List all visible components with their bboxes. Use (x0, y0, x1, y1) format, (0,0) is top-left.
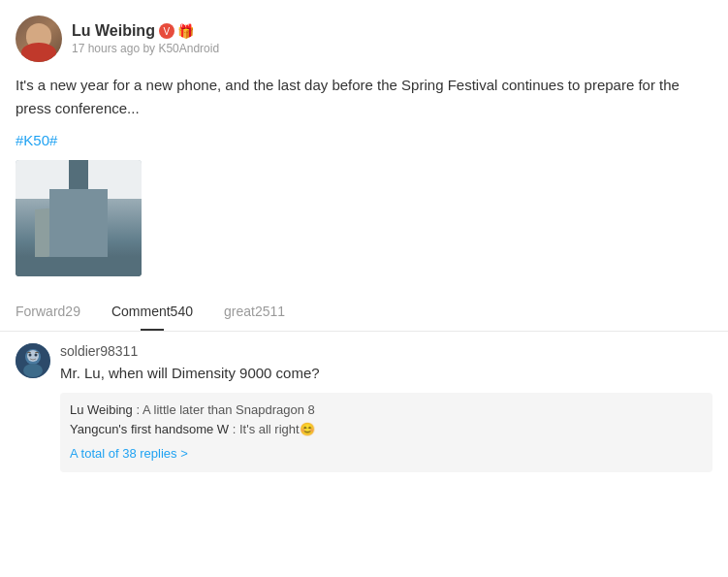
tab-comment[interactable]: Comment540 (96, 292, 208, 331)
replies-count-link[interactable]: A total of 38 replies > (70, 444, 703, 465)
reply-1-separator: : (133, 402, 142, 417)
comment-text: Mr. Lu, when will Dimensity 9000 come? (60, 363, 712, 385)
reply-2-author: Yangcun's first handsome W (70, 422, 229, 436)
comment-item: soldier98311 Mr. Lu, when will Dimensity… (16, 343, 712, 472)
verified-badge: V (159, 23, 174, 39)
reply-line-2: Yangcun's first handsome W : It's all ri… (70, 420, 703, 440)
post-header: Lu Weibing V 🎁 17 hours ago by K50Androi… (16, 16, 712, 62)
username-row: Lu Weibing V 🎁 (72, 22, 219, 40)
post-timestamp: 17 hours ago by K50Android (72, 42, 219, 55)
user-info: Lu Weibing V 🎁 17 hours ago by K50Androi… (72, 22, 219, 55)
svg-point-5 (35, 354, 38, 357)
tab-bar: Forward29 Comment540 great2511 (0, 292, 728, 332)
emoji-right-icon: 😊 (300, 422, 315, 436)
svg-point-4 (29, 354, 32, 357)
reply-2-separator: : (229, 422, 239, 436)
tab-forward[interactable]: Forward29 (0, 292, 96, 331)
gift-icon: 🎁 (177, 23, 194, 39)
post-container: Lu Weibing V 🎁 17 hours ago by K50Androi… (0, 0, 728, 276)
comment-avatar (16, 343, 50, 378)
comment-content: soldier98311 Mr. Lu, when will Dimensity… (60, 343, 712, 472)
post-image[interactable] (16, 160, 142, 276)
reply-1-text: A little later than Snapdragon 8 (142, 402, 315, 417)
post-hashtag[interactable]: #K50# (16, 132, 712, 148)
comment-username: soldier98311 (60, 343, 712, 359)
post-content: It's a new year for a new phone, and the… (16, 74, 712, 120)
post-author-name: Lu Weibing (72, 22, 155, 40)
reply-2-text: It's all right (239, 422, 300, 436)
svg-point-2 (23, 364, 43, 377)
comment-section: soldier98311 Mr. Lu, when will Dimensity… (0, 332, 728, 484)
avatar-svg (16, 343, 50, 378)
tab-great[interactable]: great2511 (208, 292, 301, 331)
reply-1-author: Lu Weibing (70, 402, 133, 417)
reply-line-1: Lu Weibing : A little later than Snapdra… (70, 401, 703, 421)
reply-box: Lu Weibing : A little later than Snapdra… (60, 393, 712, 472)
avatar (16, 16, 62, 62)
